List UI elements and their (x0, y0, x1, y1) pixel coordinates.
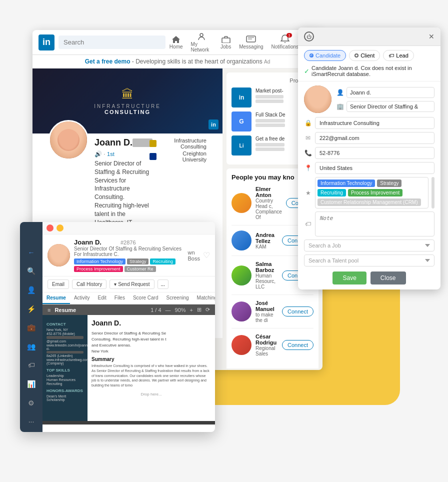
candidate-title-input[interactable] (346, 101, 434, 112)
resume-candidate-name: Joann D. (92, 319, 121, 327)
sidebar-clients-icon[interactable]: 👥 (24, 341, 38, 352)
ismart-footer: Save Close (298, 266, 440, 290)
resume-page: 1 / 4 (150, 307, 161, 313)
resume-name-row: Joann D. (92, 319, 211, 329)
crm-sidebar: ← 🔍 👤 ⚡ 💼 👥 🏷 📊 ⚙ ··· (20, 222, 42, 432)
scorecard-tab[interactable]: Score Card (129, 292, 162, 304)
download-icon[interactable]: ⟳ (206, 306, 210, 313)
screening-tab[interactable]: Screening (162, 292, 193, 304)
crm-action-bar: Email Call History ▾ Send Request ... (42, 276, 215, 292)
matching-tab[interactable]: Matching Job (193, 292, 215, 304)
activity-tab[interactable]: Activity (70, 292, 94, 304)
phone-input[interactable] (315, 147, 434, 159)
linkedin-logo: in (38, 34, 54, 50)
files-tab[interactable]: Files (110, 292, 129, 304)
linkedin-badge: in (208, 120, 218, 130)
skills-field-row: ★ Information Technology Strategy Recrui… (304, 177, 434, 208)
resume-email-blur (46, 336, 84, 339)
candidate-name-input[interactable] (346, 87, 434, 98)
ad-link[interactable]: Get a free demo (85, 58, 130, 65)
person-title-2: KAM (256, 244, 278, 250)
crm-candidate-subtitle: Senior Director Of Staffing & Recruiting… (74, 246, 184, 257)
send-request-button[interactable]: ▾ Send Request (110, 280, 154, 289)
lead-tab-label: Lead (396, 52, 408, 58)
hamburger-icon: ≡ (48, 307, 50, 313)
zoom-out-icon[interactable]: — (166, 307, 171, 313)
note-textarea[interactable] (315, 212, 434, 236)
nav-notifications[interactable]: 1 Notifications (272, 35, 298, 50)
search-input[interactable] (58, 36, 166, 49)
profile-photo-container (48, 120, 88, 160)
lead-tab[interactable]: 🏷 Lead (383, 50, 414, 61)
sidebar-admin-icon[interactable]: ⚙ (24, 398, 38, 408)
sidebar-reports-icon[interactable]: 📊 (24, 378, 38, 390)
save-button[interactable]: Save (332, 272, 366, 284)
edit-tab[interactable]: Edit (94, 292, 110, 304)
nav-messaging[interactable]: Messaging (239, 35, 263, 50)
resume-right-location: and Executive arenas. (92, 343, 211, 348)
resume-tab[interactable]: Resume (42, 292, 70, 304)
resume-right-panel: Joann D. Senior Director of Staffing & R… (88, 315, 215, 421)
crm-candidate-header: Joann D. #2876 Senior Director Of Staffi… (42, 234, 215, 276)
crm-close-button[interactable] (46, 224, 54, 232)
person-title-3: Human Resourc, LLC (256, 273, 278, 290)
crm-minimize-button[interactable] (56, 224, 64, 232)
connect-button-4[interactable]: Connect (282, 306, 314, 316)
more-actions-button[interactable]: ... (158, 280, 168, 289)
nav-home[interactable]: Home (170, 35, 183, 50)
email-icon: ✉ (304, 134, 312, 142)
email-input[interactable] (315, 132, 434, 144)
job-search-select[interactable]: Search a Job (304, 240, 434, 252)
person-info-1: Elmer Anton Country Head c, Compliance O… (256, 186, 282, 220)
ismart-form: 🔒 ✉ 📞 📍 ★ Information Technology Strateg… (298, 117, 440, 266)
client-tab-label: Client (360, 52, 374, 58)
nav-jobs[interactable]: Jobs (220, 35, 231, 50)
zoom-in-icon[interactable]: + (190, 307, 193, 313)
sidebar-jobs-icon[interactable]: 💼 (24, 322, 38, 333)
crm-candidate-name-row: Joann D. #2876 (74, 238, 184, 246)
person-title-1: Country Head c, Compliance Of (256, 198, 282, 220)
person-avatar-2 (232, 230, 252, 250)
company-input[interactable] (315, 117, 434, 129)
resume-linkedin-blur (46, 351, 84, 354)
sidebar-back-icon[interactable]: ← (24, 247, 38, 258)
resume-email: @gmail.com (46, 340, 84, 343)
profile-photo (48, 120, 88, 160)
crm-tag-strategy: Strategy (127, 258, 149, 264)
location-input[interactable] (315, 162, 434, 174)
drop-here-label[interactable]: Drop here... (92, 392, 211, 396)
ad-text: - Developing skills is at the heart of o… (132, 58, 262, 65)
sidebar-search-icon[interactable]: 🔍 (24, 266, 38, 277)
crm-candidate-tags: Information Technology Strategy Recruiti… (74, 258, 184, 272)
expand-icon[interactable]: ⊞ (197, 306, 202, 313)
sidebar-pipeline-icon[interactable]: ⚡ (24, 304, 38, 314)
person-info-4: José Manuel to make the di (256, 300, 278, 323)
client-radio (354, 54, 358, 58)
connect-button-5[interactable]: Connect (282, 340, 314, 350)
client-tab[interactable]: Client (349, 50, 380, 61)
sidebar-person-icon[interactable]: 👤 (24, 284, 38, 296)
messaging-icon (246, 35, 256, 43)
home-icon (171, 35, 181, 43)
talent-pool-select[interactable]: Search a Talent pool (304, 254, 434, 266)
resume-skill-3: Recruiting (46, 382, 84, 386)
candidate-tab[interactable]: Candidate (304, 50, 346, 61)
close-panel-button[interactable]: Close (370, 272, 406, 284)
person-title-4: to make the di (256, 312, 278, 323)
talent-pool-row: Search a Talent pool (304, 254, 434, 266)
name-field-row: 👤 (336, 87, 434, 98)
skills-tags-container[interactable]: Information Technology Strategy Recruiti… (315, 177, 428, 208)
nav-network[interactable]: My Network (191, 32, 213, 52)
sidebar-more-icon[interactable]: ··· (24, 416, 38, 427)
jobs-icon (221, 35, 231, 43)
email-button[interactable]: Email (48, 280, 69, 289)
nav-items: Home My Network Jobs Messaging (170, 32, 316, 52)
summary-heading: Summary (92, 356, 211, 362)
close-button[interactable]: ✕ (428, 32, 434, 40)
resume-linkedin2: 8a265 (LinkedIn) (46, 354, 84, 358)
sidebar-leads-icon[interactable]: 🏷 (24, 360, 38, 371)
resume-section-tabs: Resume Activity Edit Files Score Card Sc… (42, 292, 215, 304)
heart-icon[interactable]: ♡ (203, 250, 210, 260)
power-icon[interactable]: ⏻ (304, 32, 314, 42)
call-history-button[interactable]: Call History (72, 280, 106, 289)
